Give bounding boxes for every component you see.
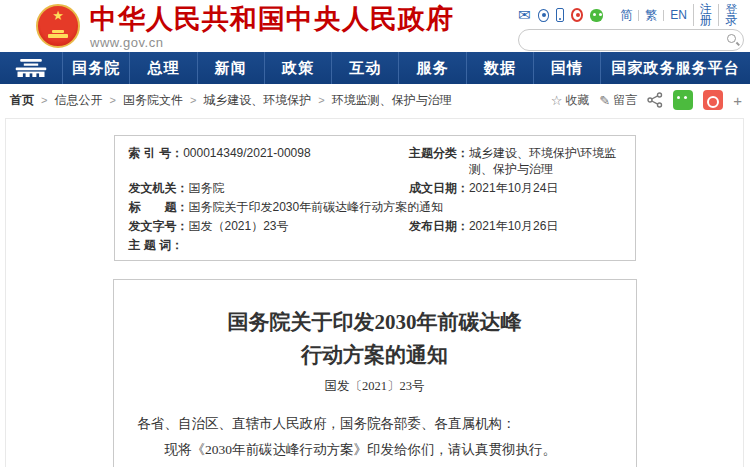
breadcrumb-separator: > [318,94,324,106]
breadcrumb-env-monitoring[interactable]: 环境监测、保护与治理 [332,92,452,109]
site-title: 中华人民共和国中央人民政府 [90,4,454,34]
nav-policy[interactable]: 政策 [264,52,331,84]
meta-index-label: 索 引 号： [129,145,184,177]
meta-agency-value: 国务院 [189,180,225,196]
meta-agency-row: 发文机关： 国务院 [129,178,409,197]
breadcrumb-council-documents[interactable]: 国务院文件 [123,92,183,109]
breadcrumb: 首页 > 信息公开 > 国务院文件 > 城乡建设、环境保护 > 环境监测、保护与… [10,92,551,109]
document-title-line1: 国务院关于印发2030年前碳达峰 [138,306,612,339]
emblem-gate-base-icon [48,34,68,38]
meta-number-value: 国发（2021）23号 [189,218,289,234]
meta-keywords-row: 主 题 词： [129,235,409,254]
meta-title-value: 国务院关于印发2030年前碳达峰行动方案的通知 [189,199,444,215]
tiananmen-gate-icon [13,58,49,78]
meta-published-date-label: 发布日期： [409,218,469,234]
pencil-icon: ✎ [599,93,610,108]
share-weibo-icon[interactable] [703,90,723,110]
more-share-button[interactable]: + [733,92,742,109]
meta-title-row: 标 题： 国务院关于印发2030年前碳达峰行动方案的通知 [129,197,621,216]
breadcrumb-urban-environment[interactable]: 城乡建设、环境保护 [203,92,311,109]
mobile-icon[interactable] [556,8,564,22]
mail-icon[interactable]: ✉ [518,8,531,22]
nav-national[interactable]: 国情 [533,52,600,84]
document-title: 国务院关于印发2030年前碳达峰 行动方案的通知 [138,306,612,371]
meta-number-row: 发文字号： 国发（2021）23号 [129,216,409,235]
favorite-button[interactable]: ☆ 收藏 [551,92,590,109]
lang-simplified-link[interactable]: 简 [614,10,638,21]
nav-gov-service-platform[interactable]: 国家政务服务平台 [600,52,750,84]
document-paragraph: 各省、自治区、直辖市人民政府，国务院各部委、各直属机构： [138,411,612,437]
language-links: 简 繁 EN 注册 登录 [614,4,744,26]
nav-interact[interactable]: 互动 [331,52,398,84]
search-box [518,29,744,51]
national-emblem-logo[interactable]: ★ [36,4,80,48]
content-panel: 索 引 号： 000014349/2021-00098 主题分类： 城乡建设、环… [5,118,744,467]
search-icon[interactable] [727,34,736,43]
document-paragraph: 现将《2030年前碳达峰行动方案》印发给你们，请认真贯彻执行。 [138,437,612,463]
site-header: ★ 中华人民共和国中央人民政府 www.gov.cn ✉ 简 繁 EN 注册 登… [0,0,750,52]
nav-state-council[interactable]: 国务院 [62,52,129,84]
main-nav: 国务院 总理 新闻 政策 互动 服务 数据 国情 国家政务服务平台 [0,52,750,84]
search-input[interactable] [529,31,709,49]
meta-title-label: 标 题： [129,199,189,215]
meta-published-date-value: 2021年10月26日 [469,218,558,234]
page-tools: ☆ 收藏 ✎ 留言 + [551,90,742,110]
wechat-icon[interactable] [590,9,603,22]
document-body-panel: 国务院关于印发2030年前碳达峰 行动方案的通知 国发〔2021〕23号 各省、… [113,279,637,467]
star-icon: ☆ [551,93,563,108]
favorite-label: 收藏 [565,92,589,109]
accessibility-icon[interactable] [538,9,549,22]
meta-written-date-value: 2021年10月24日 [469,180,558,196]
emblem-star-icon: ★ [52,9,64,22]
meta-published-date-row: 发布日期： 2021年10月26日 [409,216,621,235]
breadcrumb-home[interactable]: 首页 [10,92,34,109]
meta-topic-row: 主题分类： 城乡建设、环境保护\环境监测、保护与治理 [409,143,621,178]
comment-button[interactable]: ✎ 留言 [599,92,637,109]
login-link[interactable]: 登录 [718,4,744,26]
breadcrumb-separator: > [41,94,47,106]
lang-english-link[interactable]: EN [663,10,693,21]
meta-written-date-label: 成文日期： [409,180,469,196]
document-title-line2: 行动方案的通知 [138,339,612,372]
meta-keywords-label: 主 题 词： [129,237,184,253]
share-wechat-icon[interactable] [673,90,693,110]
nav-news[interactable]: 新闻 [197,52,264,84]
meta-agency-label: 发文机关： [129,180,189,196]
meta-topic-label: 主题分类： [409,145,469,177]
meta-index-value: 000014349/2021-00098 [183,145,310,177]
register-link[interactable]: 注册 [693,4,719,26]
weibo-icon[interactable] [571,8,584,22]
meta-number-label: 发文字号： [129,218,189,234]
lang-traditional-link[interactable]: 繁 [638,10,663,21]
document-text: 各省、自治区、直辖市人民政府，国务院各部委、各直属机构： 现将《2030年前碳达… [138,411,612,467]
document-number: 国发〔2021〕23号 [138,378,612,395]
site-url: www.gov.cn [90,35,454,50]
meta-index-row: 索 引 号： 000014349/2021-00098 [129,143,409,178]
breadcrumb-row: 首页 > 信息公开 > 国务院文件 > 城乡建设、环境保护 > 环境监测、保护与… [0,84,750,116]
nav-services[interactable]: 服务 [398,52,465,84]
nav-premier[interactable]: 总理 [129,52,196,84]
comment-label: 留言 [613,92,637,109]
nav-home-button[interactable] [0,52,62,84]
breadcrumb-separator: > [109,94,115,106]
share-icon[interactable] [647,92,663,108]
meta-topic-value: 城乡建设、环境保护\环境监测、保护与治理 [469,145,621,177]
breadcrumb-info-disclosure[interactable]: 信息公开 [54,92,102,109]
nav-data[interactable]: 数据 [466,52,533,84]
breadcrumb-separator: > [190,94,196,106]
document-metadata-table: 索 引 号： 000014349/2021-00098 主题分类： 城乡建设、环… [114,135,636,261]
meta-written-date-row: 成文日期： 2021年10月24日 [409,178,621,197]
emblem-gate-icon [52,30,64,33]
